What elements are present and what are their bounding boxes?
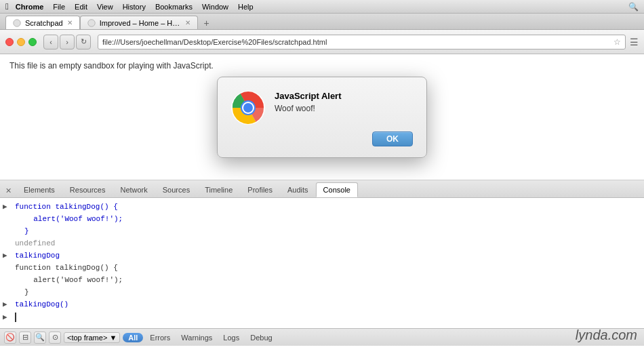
console-link-talkingdog[interactable]: talkingDog <box>15 250 60 261</box>
console-line-3: } <box>0 225 644 237</box>
alert-ok-button[interactable]: OK <box>372 132 413 146</box>
menu-file[interactable]: File <box>53 3 65 11</box>
devtools-console-content: ▶ function talkingDog() { alert('Woof wo… <box>0 198 644 328</box>
console-arrow-9: ▶ <box>3 299 11 310</box>
page-content: This file is an empty sandbox for playin… <box>0 54 644 180</box>
bookmark-star-icon[interactable]: ☆ <box>613 37 621 47</box>
devtools-tab-sources[interactable]: Sources <box>155 182 197 197</box>
menu-bar-right: 🔍 <box>628 2 639 12</box>
menu-history[interactable]: History <box>123 3 146 11</box>
menu-chrome[interactable]: Chrome <box>16 3 44 11</box>
console-text-6: function talkingDog() { <box>15 262 118 273</box>
tab-scratchpad[interactable]: Scratchpad ✕ <box>5 16 80 29</box>
console-line-1: ▶ function talkingDog() { <box>0 201 644 213</box>
fullscreen-window-button[interactable] <box>28 38 37 46</box>
filter-logs-label[interactable]: Logs <box>219 333 243 342</box>
console-text-8: } <box>15 287 29 298</box>
filter-errors-label[interactable]: Errors <box>146 333 174 342</box>
svg-point-5 <box>243 103 253 113</box>
menu-bookmarks[interactable]: Bookmarks <box>155 3 193 11</box>
devtools-tab-network[interactable]: Network <box>113 182 155 197</box>
address-bar[interactable]: file:///Users/joechellman/Desktop/Exerci… <box>98 35 626 49</box>
console-text-2: alert('Woof woof!'); <box>15 214 123 224</box>
devtools-tab-elements[interactable]: Elements <box>16 182 62 197</box>
console-settings-icon[interactable]: ⊙ <box>49 332 61 344</box>
console-text-1: function talkingDog() { <box>15 201 118 212</box>
console-line-2: alert('Woof woof!'); <box>0 213 644 225</box>
address-bar-row: file:///Users/joechellman/Desktop/Exerci… <box>98 35 626 49</box>
chrome-icon <box>231 91 265 125</box>
tab-improved[interactable]: Improved – Home – Hans... ✕ <box>80 16 198 29</box>
alert-footer: OK <box>231 132 413 146</box>
address-bar-url: file:///Users/joechellman/Desktop/Exerci… <box>102 38 611 46</box>
console-line-7: alert('Woof woof!'); <box>0 274 644 286</box>
alert-shadow: JavaScript Alert Woof woof! OK <box>217 77 427 158</box>
console-arrow-5: ▶ <box>3 250 11 261</box>
alert-overlay: JavaScript Alert Woof woof! OK <box>0 54 644 180</box>
svg-point-0 <box>14 19 21 26</box>
minimize-window-button[interactable] <box>17 38 25 46</box>
devtools-tab-audits[interactable]: Audits <box>280 182 316 197</box>
svg-point-1 <box>87 19 95 26</box>
console-prompt-arrow: ▶ <box>3 312 11 323</box>
menu-help[interactable]: Help <box>238 3 254 11</box>
frame-selector[interactable]: <top frame> ▼ <box>64 332 120 343</box>
console-text-7: alert('Woof woof!'); <box>15 275 123 285</box>
devtools-tab-console[interactable]: Console <box>316 182 358 197</box>
filter-debug-label[interactable]: Debug <box>246 333 276 342</box>
menu-edit[interactable]: Edit <box>75 3 87 11</box>
javascript-alert-dialog: JavaScript Alert Woof woof! OK <box>217 77 427 158</box>
new-tab-button[interactable]: + <box>201 17 213 29</box>
devtools-tabs: ✕ Elements Resources Network Sources Tim… <box>0 180 644 198</box>
console-line-8: } <box>0 286 644 298</box>
search-icon[interactable]: 🔍 <box>628 2 639 12</box>
browser-tabs-row: Scratchpad ✕ Improved – Home – Hans... ✕… <box>0 14 644 30</box>
console-prompt-line: ▶ <box>0 311 644 324</box>
devtools-panel: ✕ Elements Resources Network Sources Tim… <box>0 180 644 346</box>
tab-scratchpad-label: Scratchpad <box>25 19 63 27</box>
tab-favicon-scratchpad <box>13 19 21 27</box>
tab-close-improved[interactable]: ✕ <box>185 19 190 26</box>
apple-logo:  <box>5 1 9 12</box>
tab-improved-label: Improved – Home – Hans... <box>100 19 181 27</box>
devtools-tab-profiles[interactable]: Profiles <box>240 182 280 197</box>
console-line-4: undefined <box>0 237 644 249</box>
tab-favicon-improved <box>87 19 96 27</box>
settings-icon[interactable]: ☰ <box>630 37 639 47</box>
back-button[interactable]: ‹ <box>43 35 58 49</box>
alert-title: JavaScript Alert <box>275 91 413 101</box>
alert-message: Woof woof! <box>275 104 413 113</box>
devtools-close-button[interactable]: ✕ <box>3 185 14 196</box>
menu-view[interactable]: View <box>97 3 113 11</box>
refresh-button[interactable]: ↻ <box>76 35 91 49</box>
console-text-undefined: undefined <box>15 238 55 249</box>
console-search-icon[interactable]: 🔍 <box>34 332 46 344</box>
menu-window[interactable]: Window <box>202 3 228 11</box>
lynda-watermark: lynda.com <box>576 327 637 343</box>
toolbar-icons: ☰ <box>630 37 639 47</box>
menu-bar:  Chrome File Edit View History Bookmark… <box>0 0 644 14</box>
console-line-5: ▶ talkingDog <box>0 249 644 262</box>
devtools-tab-resources[interactable]: Resources <box>62 182 113 197</box>
console-prompt-cursor[interactable] <box>15 313 16 322</box>
alert-content: JavaScript Alert Woof woof! <box>275 91 413 113</box>
console-line-9: ▶ talkingDog() <box>0 298 644 311</box>
tab-close-scratchpad[interactable]: ✕ <box>67 19 73 26</box>
console-filter-icon[interactable]: ⊟ <box>19 332 31 344</box>
devtools-bottom-bar: 🚫 ⊟ 🔍 ⊙ <top frame> ▼ All Errors Warning… <box>0 328 644 346</box>
console-link-talkingdog-call[interactable]: talkingDog() <box>15 299 68 310</box>
alert-header: JavaScript Alert Woof woof! <box>231 91 413 125</box>
filter-warnings-label[interactable]: Warnings <box>177 333 216 342</box>
filter-all-pill[interactable]: All <box>123 333 143 342</box>
console-clear-icon[interactable]: 🚫 <box>4 332 16 344</box>
devtools-tab-timeline[interactable]: Timeline <box>197 182 240 197</box>
console-arrow-1: ▶ <box>3 201 11 212</box>
traffic-lights <box>5 38 37 46</box>
forward-button[interactable]: › <box>60 35 75 49</box>
console-text-3: } <box>15 226 29 237</box>
nav-buttons: ‹ › ↻ <box>43 35 91 49</box>
close-window-button[interactable] <box>5 38 14 46</box>
browser-toolbar: ‹ › ↻ file:///Users/joechellman/Desktop/… <box>0 30 644 54</box>
console-line-6: function talkingDog() { <box>0 262 644 274</box>
